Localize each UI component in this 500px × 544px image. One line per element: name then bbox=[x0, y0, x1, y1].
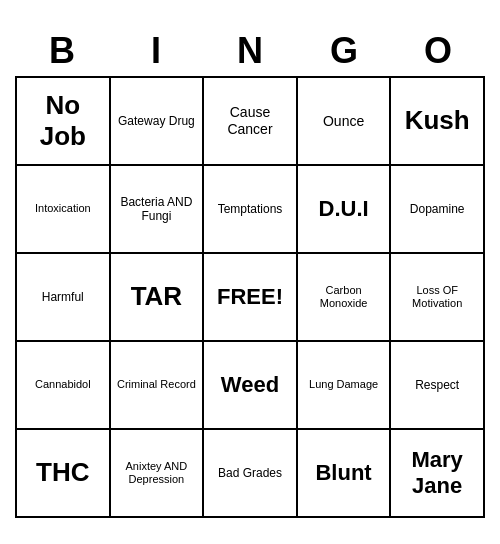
cell-r4-c1: Anixtey AND Depression bbox=[111, 430, 205, 518]
cell-r0-c2: Cause Cancer bbox=[204, 78, 298, 166]
cell-r0-c4: Kush bbox=[391, 78, 485, 166]
cell-r2-c2: FREE! bbox=[204, 254, 298, 342]
bingo-card: BINGO No JobGateway DrugCause CancerOunc… bbox=[15, 26, 485, 518]
cell-r2-c0: Harmful bbox=[17, 254, 111, 342]
cell-r3-c3: Lung Damage bbox=[298, 342, 392, 430]
cell-r0-c0: No Job bbox=[17, 78, 111, 166]
cell-r1-c4: Dopamine bbox=[391, 166, 485, 254]
cell-r3-c4: Respect bbox=[391, 342, 485, 430]
cell-r4-c0: THC bbox=[17, 430, 111, 518]
cell-r1-c2: Temptations bbox=[204, 166, 298, 254]
bingo-grid: No JobGateway DrugCause CancerOunceKushI… bbox=[15, 76, 485, 518]
cell-r1-c0: Intoxication bbox=[17, 166, 111, 254]
header-letter: N bbox=[203, 26, 297, 76]
cell-r0-c3: Ounce bbox=[298, 78, 392, 166]
header-letter: G bbox=[297, 26, 391, 76]
cell-r4-c3: Blunt bbox=[298, 430, 392, 518]
header-letter: B bbox=[15, 26, 109, 76]
cell-r2-c3: Carbon Monoxide bbox=[298, 254, 392, 342]
bingo-header: BINGO bbox=[15, 26, 485, 76]
cell-r3-c0: Cannabidol bbox=[17, 342, 111, 430]
cell-r0-c1: Gateway Drug bbox=[111, 78, 205, 166]
cell-r4-c2: Bad Grades bbox=[204, 430, 298, 518]
cell-r3-c1: Criminal Record bbox=[111, 342, 205, 430]
cell-r1-c3: D.U.I bbox=[298, 166, 392, 254]
cell-r2-c4: Loss OF Motivation bbox=[391, 254, 485, 342]
cell-r1-c1: Bacteria AND Fungi bbox=[111, 166, 205, 254]
header-letter: I bbox=[109, 26, 203, 76]
cell-r4-c4: Mary Jane bbox=[391, 430, 485, 518]
cell-r3-c2: Weed bbox=[204, 342, 298, 430]
cell-r2-c1: TAR bbox=[111, 254, 205, 342]
header-letter: O bbox=[391, 26, 485, 76]
